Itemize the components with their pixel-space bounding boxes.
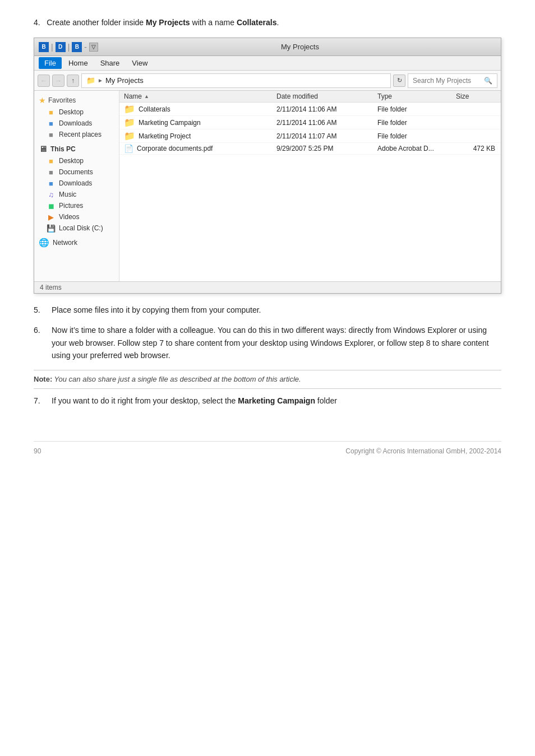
network-section: 🌐 Network: [34, 236, 119, 249]
step-4-num: 4.: [34, 18, 40, 27]
menu-view[interactable]: View: [126, 57, 153, 69]
back-btn[interactable]: ←: [38, 75, 50, 87]
folder-icon: 📁: [124, 131, 135, 141]
music-label: Music: [59, 191, 76, 198]
table-row[interactable]: 📄 Corporate documents.pdf 9/29/2007 5:25…: [119, 143, 501, 155]
pc-downloads-icon: ■: [47, 179, 56, 188]
file-type: File folder: [377, 105, 456, 113]
table-row[interactable]: 📁 Marketing Campaign 2/11/2014 11:06 AM …: [119, 116, 501, 129]
title-icon-b: B: [39, 42, 49, 52]
favorites-header[interactable]: ★ Favorites: [34, 94, 119, 106]
file-type: File folder: [377, 132, 456, 140]
path-folder-icon: 📁: [86, 76, 95, 85]
file-size: 472 KB: [456, 145, 501, 152]
file-modified: 2/11/2014 11:06 AM: [276, 119, 377, 127]
pc-desktop-label: Desktop: [59, 157, 84, 165]
step-4-intro: 4. Create another folder inside My Proje…: [34, 17, 501, 29]
step-5-num: 5.: [34, 304, 47, 316]
sidebar-recent-label: Recent places: [59, 131, 102, 138]
col-header-type[interactable]: Type: [377, 92, 456, 100]
step-7: 7. If you want to do it right from your …: [34, 395, 501, 407]
sidebar-item-desktop[interactable]: ■ Desktop: [34, 106, 119, 118]
videos-icon: ▶: [47, 212, 56, 221]
refresh-btn[interactable]: ↻: [393, 75, 405, 87]
documents-icon: ■: [47, 168, 56, 177]
local-disk-label: Local Disk (C:): [59, 224, 103, 232]
menu-share[interactable]: Share: [95, 57, 126, 69]
file-name-cell: 📁 Collaterals: [119, 104, 276, 114]
note-box: Note: You can also share just a single f…: [34, 370, 501, 389]
address-path[interactable]: 📁 ► My Projects: [81, 73, 391, 88]
network-icon: 🌐: [39, 238, 49, 248]
this-pc-section: 🖥 This PC ■ Desktop ■ Documents ■ Downlo…: [34, 142, 119, 234]
sort-arrow-icon: ▲: [144, 94, 149, 99]
sidebar-item-recent[interactable]: ■ Recent places: [34, 129, 119, 140]
file-name-cell: 📁 Marketing Campaign: [119, 117, 276, 128]
menu-home[interactable]: Home: [63, 57, 94, 69]
step-6-text: Now it’s time to share a folder with a c…: [52, 324, 501, 361]
sidebar-item-pc-desktop[interactable]: ■ Desktop: [34, 155, 119, 166]
favorites-star-icon: ★: [39, 96, 46, 105]
explorer-body: ★ Favorites ■ Desktop ■ Downloads ■ Rece…: [34, 91, 501, 281]
pdf-icon: 📄: [124, 144, 133, 153]
this-pc-icon: 🖥: [39, 144, 47, 154]
favorites-label: Favorites: [48, 96, 76, 104]
disk-icon: 💾: [47, 224, 56, 233]
file-name-cell: 📄 Corporate documents.pdf: [119, 144, 276, 153]
file-name: Collaterals: [139, 105, 170, 113]
pc-desktop-icon: ■: [47, 156, 56, 165]
file-name-cell: 📁 Marketing Project: [119, 131, 276, 141]
step-5: 5. Place some files into it by copying t…: [34, 304, 501, 316]
folder-icon: 📁: [124, 104, 135, 114]
file-list-pane: Name ▲ Date modified Type Size 📁 Collate…: [119, 91, 501, 281]
this-pc-header[interactable]: 🖥 This PC: [34, 142, 119, 155]
sidebar: ★ Favorites ■ Desktop ■ Downloads ■ Rece…: [34, 91, 119, 281]
minimize-btn[interactable]: ▽: [89, 43, 98, 52]
col-header-modified[interactable]: Date modified: [276, 92, 377, 100]
table-row[interactable]: 📁 Collaterals 2/11/2014 11:06 AM File fo…: [119, 103, 501, 116]
pictures-icon: ◼: [47, 201, 56, 210]
sidebar-item-videos[interactable]: ▶ Videos: [34, 211, 119, 222]
status-bar: 4 items: [34, 281, 501, 293]
footer: 90 Copyright © Acronis International Gmb…: [34, 441, 501, 455]
copyright: Copyright © Acronis International GmbH, …: [345, 447, 501, 455]
note-text: You can also share just a single file as…: [52, 375, 301, 383]
sidebar-item-pictures[interactable]: ◼ Pictures: [34, 200, 119, 211]
favorites-section: ★ Favorites ■ Desktop ■ Downloads ■ Rece…: [34, 94, 119, 140]
step-5-text: Place some files into it by copying them…: [52, 304, 501, 316]
pc-downloads-label: Downloads: [59, 179, 92, 187]
up-btn[interactable]: ↑: [67, 75, 79, 87]
menu-file[interactable]: File: [39, 57, 62, 69]
column-headers: Name ▲ Date modified Type Size: [119, 91, 501, 103]
search-input[interactable]: [413, 77, 482, 85]
this-pc-label: This PC: [50, 145, 76, 153]
file-type: File folder: [377, 119, 456, 127]
doc-content: 5. Place some files into it by copying t…: [34, 304, 501, 407]
step-7-text: If you want to do it right from your des…: [52, 395, 501, 407]
pictures-label: Pictures: [59, 202, 83, 210]
address-bar: ← → ↑ 📁 ► My Projects ↻ 🔍: [34, 71, 501, 91]
network-item[interactable]: 🌐 Network: [34, 236, 119, 249]
network-label: Network: [53, 239, 77, 247]
desktop-folder-icon: ■: [47, 108, 56, 117]
file-type: Adobe Acrobat D...: [377, 145, 456, 152]
title-icon-d: D: [56, 42, 66, 52]
title-bar-icons: B | D | B - ▽: [39, 42, 98, 52]
sidebar-item-local-disk[interactable]: 💾 Local Disk (C:): [34, 222, 119, 234]
sidebar-item-downloads[interactable]: ■ Downloads: [34, 118, 119, 129]
step-6-num: 6.: [34, 324, 47, 361]
title-icon-b2: B: [72, 42, 82, 52]
videos-label: Videos: [59, 213, 79, 221]
path-text: My Projects: [105, 76, 144, 85]
sidebar-item-music[interactable]: ♫ Music: [34, 189, 119, 200]
sidebar-item-pc-downloads[interactable]: ■ Downloads: [34, 178, 119, 189]
forward-btn[interactable]: →: [52, 75, 64, 87]
table-row[interactable]: 📁 Marketing Project 2/11/2014 11:07 AM F…: [119, 129, 501, 143]
col-header-size[interactable]: Size: [456, 92, 501, 100]
file-modified: 2/11/2014 11:07 AM: [276, 132, 377, 140]
sidebar-desktop-label: Desktop: [59, 108, 84, 116]
search-box[interactable]: 🔍: [408, 73, 497, 88]
sidebar-item-documents[interactable]: ■ Documents: [34, 166, 119, 178]
col-header-name[interactable]: Name ▲: [119, 92, 276, 100]
status-text: 4 items: [40, 284, 62, 291]
